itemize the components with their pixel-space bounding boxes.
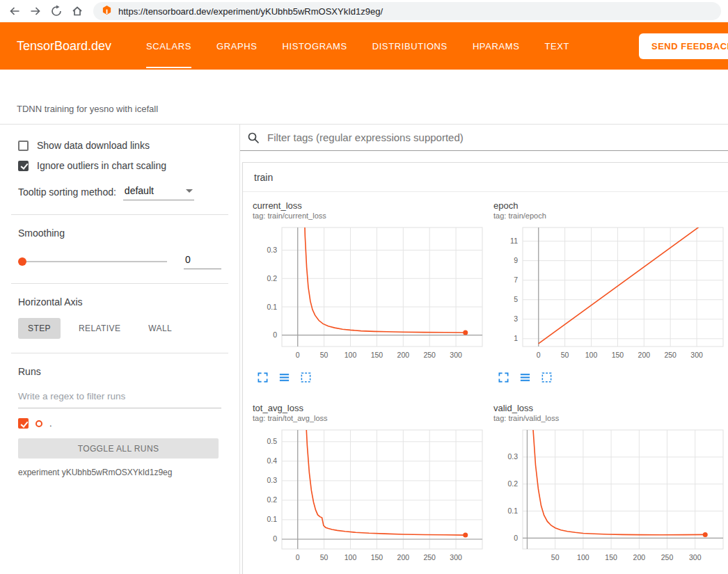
chart-title: valid_loss bbox=[493, 403, 728, 413]
tab-histograms[interactable]: HISTOGRAMS bbox=[283, 22, 347, 70]
runs-label: Runs bbox=[18, 366, 221, 377]
app-header: TensorBoard.dev SCALARSGRAPHSHISTOGRAMSD… bbox=[0, 22, 728, 70]
back-icon[interactable] bbox=[6, 2, 24, 20]
svg-text:100: 100 bbox=[345, 553, 357, 561]
svg-text:250: 250 bbox=[423, 553, 436, 561]
svg-text:250: 250 bbox=[661, 553, 674, 561]
send-feedback-button[interactable]: SEND FEEDBACK bbox=[639, 33, 728, 59]
tooltip-sorting-row: Tooltip sorting method: default bbox=[18, 184, 221, 200]
chart-canvas-current_loss[interactable]: 05010015020025030000.10.20.3 bbox=[251, 224, 488, 363]
svg-text:100: 100 bbox=[577, 553, 589, 561]
chart-toolbar bbox=[498, 372, 728, 383]
brand-logo[interactable]: TensorBoard.dev bbox=[17, 39, 111, 54]
checkbox-label: Show data download links bbox=[37, 140, 150, 151]
experiment-title: TDNN training for yesno with icefall bbox=[17, 104, 158, 114]
svg-text:300: 300 bbox=[690, 351, 703, 359]
run-row[interactable]: . bbox=[18, 418, 221, 429]
divider bbox=[11, 353, 228, 353]
scalar-chart-current_loss: current_losstag: train/current_loss05010… bbox=[251, 200, 488, 383]
tag-group-title: train bbox=[254, 172, 273, 183]
url-text: https://tensorboard.dev/experiment/yKUbh… bbox=[118, 6, 383, 17]
svg-text:9: 9 bbox=[514, 256, 518, 264]
svg-text:0.1: 0.1 bbox=[267, 515, 277, 523]
chart-canvas-tot_avg_loss[interactable]: 05010015020025030000.10.20.30.40.5 bbox=[251, 426, 488, 566]
tab-graphs[interactable]: GRAPHS bbox=[216, 22, 258, 70]
svg-text:0: 0 bbox=[273, 534, 277, 543]
svg-text:200: 200 bbox=[397, 553, 410, 561]
reload-icon[interactable] bbox=[47, 2, 65, 20]
tooltip-sorting-select[interactable]: default bbox=[123, 184, 194, 200]
data-table-icon[interactable] bbox=[278, 372, 290, 383]
expand-chart-icon[interactable] bbox=[257, 372, 269, 383]
smoothing-slider[interactable] bbox=[18, 257, 171, 266]
checkbox-unchecked-icon bbox=[18, 141, 29, 151]
home-icon[interactable] bbox=[68, 2, 86, 20]
chart-title: tot_avg_loss bbox=[253, 403, 488, 413]
ignore-outliers-checkbox[interactable]: Ignore outliers in chart scaling bbox=[18, 160, 221, 171]
charts-grid: current_losstag: train/current_loss05010… bbox=[243, 192, 728, 574]
address-bar[interactable]: https://tensorboard.dev/experiment/yKUbh… bbox=[93, 2, 721, 20]
smoothing-value-input[interactable]: 0 bbox=[184, 254, 221, 269]
runs-filter-input[interactable]: Write a regex to filter runs bbox=[18, 391, 221, 408]
expand-chart-icon[interactable] bbox=[498, 372, 509, 383]
run-checkbox[interactable] bbox=[18, 418, 29, 429]
tooltip-sorting-label: Tooltip sorting method: bbox=[18, 186, 116, 198]
svg-text:300: 300 bbox=[689, 553, 702, 561]
show-download-links-checkbox[interactable]: Show data download links bbox=[18, 140, 221, 151]
tab-text[interactable]: TEXT bbox=[544, 22, 569, 70]
chart-tag: tag: train/tot_avg_loss bbox=[253, 414, 488, 422]
svg-text:0: 0 bbox=[296, 351, 300, 359]
axis-relative-button[interactable]: RELATIVE bbox=[69, 318, 130, 339]
svg-text:0.3: 0.3 bbox=[267, 246, 277, 254]
fit-domain-icon[interactable] bbox=[300, 372, 312, 383]
svg-text:0: 0 bbox=[537, 351, 541, 359]
chart-tag: tag: train/epoch bbox=[493, 212, 728, 220]
chart-tag: tag: train/current_loss bbox=[253, 212, 488, 220]
tab-scalars[interactable]: SCALARS bbox=[146, 22, 191, 70]
svg-text:50: 50 bbox=[320, 553, 329, 561]
svg-text:0.2: 0.2 bbox=[267, 495, 277, 504]
chart-canvas-epoch[interactable]: 0501001502002503001357911 bbox=[492, 224, 728, 363]
horizontal-axis-buttons: STEP RELATIVE WALL bbox=[18, 318, 221, 339]
toggle-all-runs-button[interactable]: TOGGLE ALL RUNS bbox=[18, 438, 219, 459]
tag-group-header[interactable]: train bbox=[243, 163, 728, 192]
axis-wall-button[interactable]: WALL bbox=[139, 318, 182, 339]
smoothing-label: Smoothing bbox=[18, 228, 221, 239]
tag-filter-input[interactable]: Filter tags (regular expressions support… bbox=[240, 125, 728, 151]
chart-canvas-valid_loss[interactable]: 5010015020025030000.10.20.3 bbox=[492, 426, 728, 566]
slider-thumb[interactable] bbox=[18, 257, 26, 266]
data-table-icon[interactable] bbox=[519, 372, 531, 383]
svg-text:200: 200 bbox=[397, 351, 410, 359]
run-name: . bbox=[49, 418, 52, 429]
scalar-chart-valid_loss: valid_losstag: train/valid_loss501001502… bbox=[492, 403, 728, 574]
scalar-chart-epoch: epochtag: train/epoch0501001502002503001… bbox=[492, 200, 728, 383]
forward-icon[interactable] bbox=[26, 2, 45, 20]
svg-text:150: 150 bbox=[371, 351, 383, 359]
settings-sidebar: Show data download links Ignore outliers… bbox=[0, 125, 240, 574]
run-color-swatch bbox=[35, 420, 42, 427]
svg-text:0: 0 bbox=[296, 553, 300, 561]
svg-text:0.5: 0.5 bbox=[267, 437, 277, 445]
checkbox-label: Ignore outliers in chart scaling bbox=[37, 160, 166, 171]
chart-title: epoch bbox=[493, 200, 728, 211]
axis-step-button[interactable]: STEP bbox=[18, 318, 61, 339]
main-panel: Filter tags (regular expressions support… bbox=[240, 125, 728, 574]
site-favicon bbox=[102, 5, 112, 18]
divider bbox=[11, 214, 228, 215]
chart-title: current_loss bbox=[253, 200, 488, 211]
svg-text:1: 1 bbox=[514, 334, 518, 342]
svg-text:150: 150 bbox=[612, 351, 624, 359]
page: https://tensorboard.dev/experiment/yKUbh… bbox=[0, 0, 728, 574]
svg-text:300: 300 bbox=[450, 351, 462, 359]
svg-text:11: 11 bbox=[510, 237, 518, 245]
tab-distributions[interactable]: DISTRIBUTIONS bbox=[372, 22, 448, 70]
svg-text:150: 150 bbox=[371, 553, 383, 561]
nav-tabs: SCALARSGRAPHSHISTOGRAMSDISTRIBUTIONSHPAR… bbox=[146, 22, 569, 70]
tab-hparams[interactable]: HPARAMS bbox=[473, 22, 520, 70]
fit-domain-icon[interactable] bbox=[541, 372, 553, 383]
content: Show data download links Ignore outliers… bbox=[0, 124, 728, 574]
svg-text:3: 3 bbox=[514, 314, 518, 323]
svg-text:300: 300 bbox=[450, 553, 462, 561]
horizontal-axis-label: Horizontal Axis bbox=[18, 296, 221, 308]
svg-text:200: 200 bbox=[638, 351, 651, 359]
